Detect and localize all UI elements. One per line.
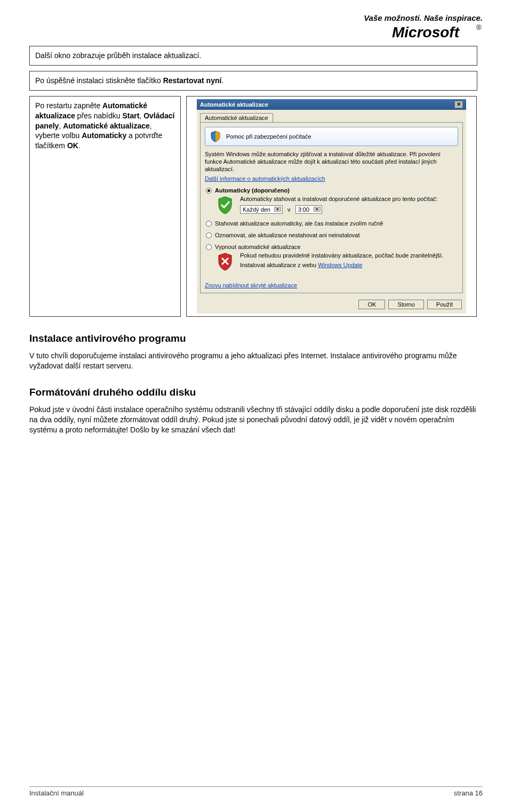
tab-strip: Automatické aktualizace xyxy=(197,110,466,122)
info-bar-text: Pomoc při zabezpečení počítače xyxy=(226,133,311,140)
tagline: Vaše možnosti. Naše inspirace. xyxy=(364,13,483,22)
option-auto-label: Automaticky (doporučeno) xyxy=(215,187,290,194)
svg-text:®: ® xyxy=(476,23,482,31)
dialog-screenshot-cell: Automatické aktualizace ✕ Automatické ak… xyxy=(186,96,477,317)
info-box-2-text: Po úspěšné instalaci stiskněte tlačítko … xyxy=(35,76,471,86)
option-download-only-label: Stahovat aktualizace automaticky, ale ča… xyxy=(215,220,383,227)
footer-left: Instalační manuál xyxy=(29,789,84,797)
brand-header: Vaše možnosti. Naše inspirace. Microsoft… xyxy=(29,13,483,42)
windows-update-link[interactable]: Windows Update xyxy=(318,262,362,268)
shield-icon xyxy=(209,130,222,143)
microsoft-logo: Microsoft ® xyxy=(392,23,483,42)
close-icon[interactable]: ✕ xyxy=(454,101,463,108)
option-notify-label: Oznamovat, ale aktualizace nestahovat an… xyxy=(215,232,360,238)
info-bar: Pomoc při zabezpečení počítače xyxy=(205,127,458,146)
radio-icon[interactable] xyxy=(206,244,212,250)
option-off-link-line: Instalovat aktualizace z webu Windows Up… xyxy=(240,262,443,268)
shield-green-icon xyxy=(215,196,235,215)
info-box-3: Po restartu zapněte Automatické aktualiz… xyxy=(29,96,181,317)
page-footer: Instalační manuál strana 16 xyxy=(29,786,483,797)
auto-updates-dialog: Automatické aktualizace ✕ Automatické ak… xyxy=(197,99,466,313)
heading-antivirus: Instalace antivirového programu xyxy=(29,333,483,344)
heading-format-partition: Formátování druhého oddílu disku xyxy=(29,387,483,398)
radio-icon[interactable] xyxy=(206,232,212,238)
radio-icon[interactable] xyxy=(206,221,212,227)
info-box-1-text: Další okno zobrazuje průběh instalace ak… xyxy=(35,51,471,61)
option-off-label: Vypnout automatické aktualizace xyxy=(215,244,300,250)
time-separator: v xyxy=(287,206,291,213)
option-off[interactable]: Vypnout automatické aktualizace xyxy=(206,244,458,250)
time-dropdown[interactable]: 3:00 xyxy=(295,205,322,214)
option-auto[interactable]: Automaticky (doporučeno) xyxy=(206,187,458,194)
paragraph-antivirus: V tuto chvíli doporučujeme instalaci ant… xyxy=(29,351,483,371)
shield-red-icon xyxy=(215,252,235,271)
info-box-3-text: Po restartu zapněte Automatické aktualiz… xyxy=(35,101,175,151)
dialog-title: Automatické aktualizace xyxy=(200,101,268,108)
tab-panel: Pomoc při zabezpečení počítače Systém Wi… xyxy=(200,122,463,293)
info-box-1: Další okno zobrazuje průběh instalace ak… xyxy=(29,46,477,66)
dialog-desc: Systém Windows může automaticky zjišťova… xyxy=(205,150,458,173)
paragraph-format-partition: Pokud jste v úvodní části instalace oper… xyxy=(29,405,483,435)
row-3: Po restartu zapněte Automatické aktualiz… xyxy=(29,96,483,317)
day-dropdown[interactable]: Každý den xyxy=(240,205,283,214)
radio-icon[interactable] xyxy=(206,188,212,194)
footer-right: strana 16 xyxy=(454,789,483,797)
ok-button[interactable]: OK xyxy=(358,300,385,309)
restore-hidden-link[interactable]: Znovu nabídnout skryté aktualizace xyxy=(205,282,297,288)
apply-button[interactable]: Použít xyxy=(427,300,462,309)
dialog-titlebar[interactable]: Automatické aktualizace ✕ xyxy=(197,99,466,110)
option-auto-subtext: Automaticky stahovat a instalovat doporu… xyxy=(240,196,438,202)
more-info-link[interactable]: Další informace o automatických aktualiz… xyxy=(205,175,325,182)
cancel-button[interactable]: Storno xyxy=(388,300,423,309)
option-off-warn-text: Pokud nebudou pravidelně instalovány akt… xyxy=(240,252,443,259)
svg-text:Microsoft: Microsoft xyxy=(392,24,460,41)
option-notify[interactable]: Oznamovat, ale aktualizace nestahovat an… xyxy=(206,232,458,238)
option-download-only[interactable]: Stahovat aktualizace automaticky, ale ča… xyxy=(206,220,458,227)
dialog-button-bar: OK Storno Použít xyxy=(197,296,466,313)
info-box-2: Po úspěšné instalaci stiskněte tlačítko … xyxy=(29,71,477,91)
option-auto-details: Automaticky stahovat a instalovat doporu… xyxy=(215,196,458,215)
tab-auto-updates[interactable]: Automatické aktualizace xyxy=(200,113,273,122)
option-off-warning: Pokud nebudou pravidelně instalovány akt… xyxy=(215,252,458,271)
